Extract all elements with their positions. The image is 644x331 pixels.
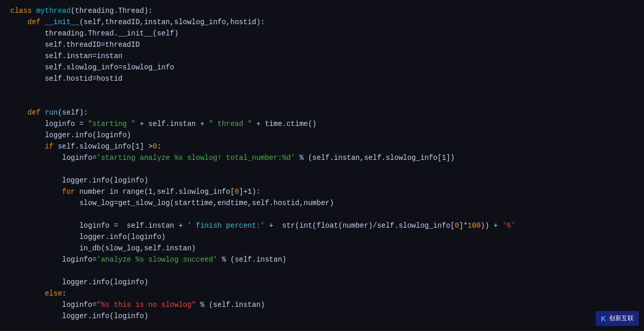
code-token: (self,threadID,instan,slowlog_info,hosti… (79, 17, 264, 27)
code-token: loginfo= (10, 300, 97, 310)
code-token: logger.info(loginfo) (10, 277, 148, 287)
code-token: ' finish percent:' (187, 220, 264, 231)
code-line: class mythread(threading.Thread): (0, 5, 644, 16)
code-token: 1 (148, 187, 153, 197)
code-line: in_db(slow_log,self.instan) (0, 243, 644, 254)
code-token: loginfo = (10, 119, 88, 129)
code-token: else (10, 288, 62, 299)
code-line: else: (0, 288, 644, 299)
code-token: + self.instan + (136, 119, 209, 129)
code-token: (threading.Thread): (71, 6, 153, 16)
code-token: 0 (235, 187, 239, 197)
code-token: : (157, 141, 161, 152)
code-token: 0 (153, 141, 157, 152)
code-token: self.slowlog_info=slowlog_info (10, 62, 174, 72)
code-line: loginfo = "starting " + self.instan + " … (0, 118, 644, 130)
code-token: number in range( (79, 187, 148, 197)
code-token: loginfo= (10, 254, 97, 265)
code-line: def run(self): (0, 107, 644, 118)
code-token: if (10, 141, 58, 152)
code-token: logger.info(loginfo) (10, 232, 165, 242)
code-line: threading.Thread.__init__(self) (0, 28, 644, 39)
code-token: logger.info(loginfo) (10, 311, 148, 321)
code-token: self.hostid=hostid (10, 73, 122, 84)
code-token: for (10, 187, 79, 197)
code-token: 1 (442, 153, 446, 163)
code-token: % (self.instan) (196, 300, 264, 310)
code-token: + time.ctime() (252, 119, 317, 129)
code-editor: class mythread(threading.Thread): def __… (0, 0, 644, 331)
code-token: slow_log=get_slow_log(starttime,endtime,… (10, 198, 334, 208)
code-line: slow_log=get_slow_log(starttime,endtime,… (0, 197, 644, 209)
watermark-icon: K (601, 315, 606, 323)
code-token: __init__ (45, 17, 79, 27)
code-line: loginfo='analyze %s slowlog succeed' % (… (0, 254, 644, 265)
code-token: in_db(slow_log,self.instan) (10, 243, 196, 253)
code-line: for number in range(1,self.slowlog_info[… (0, 186, 644, 197)
code-token: 100 (468, 220, 481, 231)
code-token: mythread (36, 6, 70, 16)
code-line: if self.slowlog_info[1] >0: (0, 141, 644, 152)
code-token: )) + (481, 220, 502, 231)
code-token: 1 (248, 187, 252, 197)
code-token: "%s this is no slowlog" (97, 300, 196, 310)
code-token: '%' (502, 220, 515, 231)
code-token: self.threadID=threadID (10, 40, 140, 50)
code-token: : (62, 288, 66, 299)
watermark-text: 创新互联 (609, 314, 634, 323)
code-line: logger.info(loginfo) (0, 310, 644, 322)
code-token: self.slowlog_info[ (58, 141, 135, 152)
code-line (0, 96, 644, 107)
code-token: 1 (136, 141, 140, 152)
code-line (0, 84, 644, 96)
code-line (0, 265, 644, 277)
code-line: loginfo="%s this is no slowlog" % (self.… (0, 299, 644, 310)
code-line: self.slowlog_info=slowlog_info (0, 62, 644, 73)
code-token: ] > (140, 141, 153, 152)
code-line (0, 163, 644, 175)
code-token: logger.info(loginfo) (10, 130, 131, 140)
code-token: self.instan=instan (10, 51, 122, 61)
code-token: def (10, 17, 45, 27)
code-token: loginfo= (10, 153, 97, 163)
watermark: K创新互联 (596, 311, 639, 326)
code-line: logger.info(loginfo) (0, 175, 644, 186)
code-line: self.hostid=hostid (0, 73, 644, 84)
code-token: ): (252, 187, 261, 197)
code-token: " thread " (209, 119, 252, 129)
code-token: ]+ (239, 187, 248, 197)
code-line (0, 209, 644, 220)
code-token: "starting " (88, 119, 135, 129)
code-token: + str(int(float(number)/self.slowlog_inf… (265, 220, 455, 231)
code-token: ,self.slowlog_info[ (153, 187, 235, 197)
code-token: ]) (446, 153, 455, 163)
code-line: def __init__(self,threadID,instan,slowlo… (0, 16, 644, 28)
code-token: def (10, 107, 45, 118)
code-line: logger.info(loginfo) (0, 130, 644, 141)
code-line: logger.info(loginfo) (0, 231, 644, 243)
code-token: % (self.instan,self.slowlog_info[ (295, 153, 442, 163)
code-token: loginfo = self.instan + (10, 220, 187, 231)
code-token: 0 (454, 220, 459, 231)
code-line: loginfo='starting analyze %s slowlog! to… (0, 152, 644, 163)
code-line: self.instan=instan (0, 50, 644, 62)
code-token: class (10, 6, 36, 16)
code-line: loginfo = self.instan + ' finish percent… (0, 220, 644, 231)
code-token: 'starting analyze %s slowlog! total_numb… (97, 153, 295, 163)
code-token: % (self.instan) (217, 254, 286, 265)
code-token: run (45, 107, 58, 118)
code-token: ]* (459, 220, 468, 231)
code-token: (self): (58, 107, 88, 118)
code-token: threading.Thread.__init__(self) (10, 28, 179, 39)
code-line: self.threadID=threadID (0, 39, 644, 50)
code-line: logger.info(loginfo) (0, 277, 644, 288)
code-token: 'analyze %s slowlog succeed' (97, 254, 217, 265)
code-token: logger.info(loginfo) (10, 175, 148, 186)
